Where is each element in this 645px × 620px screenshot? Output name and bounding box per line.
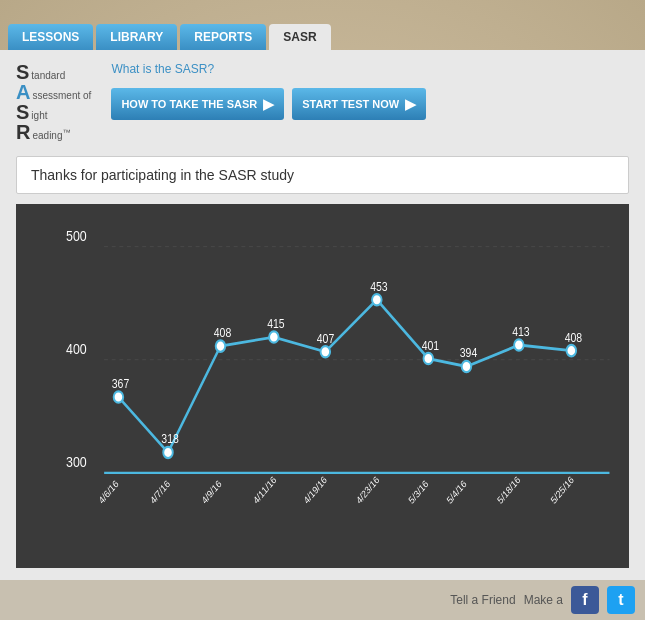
y-label-500: 500 [66, 228, 87, 244]
data-point-8 [462, 361, 472, 372]
tab-sasr[interactable]: SASR [269, 24, 330, 50]
x-label-7: 5/3/16 [406, 478, 430, 506]
content-area: S tandard A ssessment of S ight R eading… [0, 50, 645, 580]
x-label-8: 5/4/16 [444, 478, 468, 506]
start-test-label: START teST Now [302, 98, 399, 110]
nav-bar: LESSONS LIBRARY REPORTS SASR [0, 0, 645, 50]
facebook-icon[interactable]: f [571, 586, 599, 614]
tab-reports[interactable]: REPORTS [180, 24, 266, 50]
sasr-logo: S tandard A ssessment of S ight R eading… [16, 62, 91, 142]
logo-r-letter: R [16, 122, 30, 142]
data-point-9 [514, 339, 524, 350]
label-453: 453 [370, 280, 387, 293]
logo-s-letter: S [16, 62, 29, 82]
label-408a: 408 [214, 326, 231, 339]
data-point-5 [321, 346, 331, 357]
thanks-message: Thanks for participating in the SASR stu… [16, 156, 629, 194]
chart-svg: 500 400 300 367 4/6/16 [66, 224, 619, 518]
label-408b: 408 [565, 331, 582, 344]
how-to-take-button[interactable]: HOW TO TAKE THE SASR ▶ [111, 88, 284, 120]
data-point-1 [114, 391, 124, 402]
x-label-10: 5/25/16 [548, 474, 575, 506]
footer: Tell a Friend Make a f t [0, 580, 645, 620]
data-point-6 [372, 294, 382, 305]
logo-s2-letter: S [16, 102, 29, 122]
sasr-header: S tandard A ssessment of S ight R eading… [16, 62, 629, 142]
what-is-sasr-link[interactable]: What is the SASR? [111, 62, 426, 76]
x-label-3: 4/9/16 [199, 478, 223, 506]
logo-assessment-word: ssessment of [32, 89, 91, 102]
x-label-6: 4/23/16 [354, 474, 381, 506]
tab-library[interactable]: LIBRARY [96, 24, 177, 50]
logo-reading-word: eading™ [32, 128, 70, 142]
x-label-5: 4/19/16 [301, 474, 328, 506]
data-point-4 [269, 331, 279, 342]
data-point-3 [216, 340, 226, 351]
data-point-7 [424, 353, 434, 364]
label-407: 407 [317, 332, 334, 345]
chart-line [118, 300, 571, 453]
logo-a-letter: A [16, 82, 30, 102]
label-394: 394 [460, 347, 478, 360]
data-point-2 [163, 447, 173, 458]
y-label-300: 300 [66, 454, 87, 470]
logo-standard-word: tandard [31, 69, 65, 82]
main-container: LESSONS LIBRARY REPORTS SASR S tandard A… [0, 0, 645, 620]
y-label-400: 400 [66, 341, 87, 357]
make-link[interactable]: Make a [524, 593, 563, 607]
data-point-10 [567, 345, 577, 356]
chart-container: 500 400 300 367 4/6/16 [16, 204, 629, 568]
x-label-2: 4/7/16 [148, 478, 172, 506]
label-401: 401 [422, 339, 439, 352]
tell-friend-link[interactable]: Tell a Friend [450, 593, 515, 607]
how-to-arrow-icon: ▶ [263, 96, 274, 112]
logo-sight-word: ight [31, 109, 47, 122]
start-test-button[interactable]: START teST Now ▶ [292, 88, 426, 120]
x-label-4: 4/11/16 [251, 474, 278, 506]
label-413: 413 [512, 325, 529, 338]
x-label-1: 4/6/16 [96, 478, 120, 506]
sasr-actions: What is the SASR? HOW TO TAKE THE SASR ▶… [111, 62, 426, 120]
x-label-9: 5/18/16 [495, 474, 522, 506]
label-367: 367 [112, 377, 129, 390]
how-to-label: HOW TO TAKE THE SASR [121, 98, 257, 110]
sasr-buttons: HOW TO TAKE THE SASR ▶ START teST Now ▶ [111, 88, 426, 120]
twitter-icon[interactable]: t [607, 586, 635, 614]
start-test-arrow-icon: ▶ [405, 96, 416, 112]
label-415: 415 [267, 317, 284, 330]
tab-lessons[interactable]: LESSONS [8, 24, 93, 50]
label-318: 318 [161, 433, 178, 446]
